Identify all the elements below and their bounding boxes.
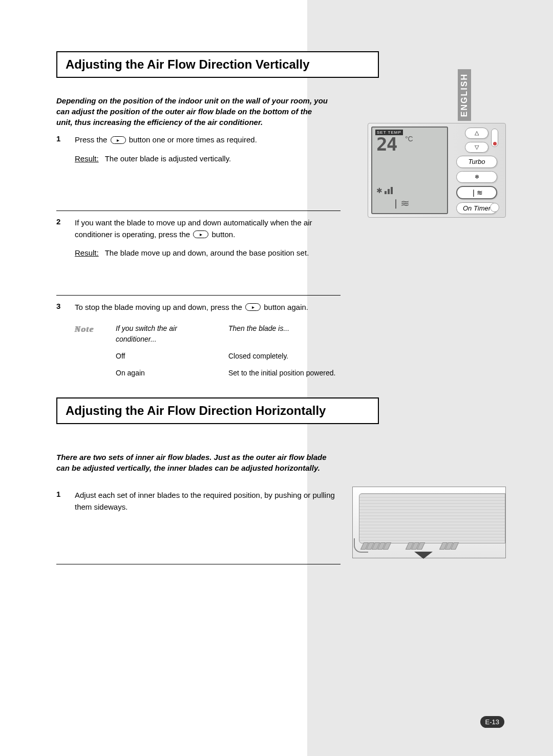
step-number: 2 [56,217,67,259]
language-tab: ENGLISH [458,69,471,121]
temp-value: 24 [376,134,396,155]
fan-icon: ✱ [376,186,382,195]
section2-header: Adjusting the Air Flow Direction Horizon… [56,397,379,424]
arrow-down-icon [414,552,433,559]
step-text-b: button again. [264,303,308,311]
section1-header: Adjusting the Air Flow Direction Vertica… [56,51,379,78]
temp-unit: °C [405,135,413,143]
note-cell: Set to the initial position powered. [228,368,341,379]
swing-indicator-icon: ❘≋ [391,198,410,209]
section2-intro: There are two sets of inner air flow bla… [56,452,328,473]
swing-button-icon: ▸ [245,303,261,311]
section2-steps: 1 Adjust each set of inner blades to the… [56,484,341,564]
section1-intro: Depending on the position of the indoor … [56,95,328,128]
remote-illustration: SET TEMP 24 °C ✱ ❘≋ △ ▽ Turbo ❄ ❘≋ On [368,123,506,218]
step-body: Press the ▸ button one or more times as … [75,134,341,164]
step-number: 3 [56,302,67,385]
step-body: If you want the blade to move up and dow… [75,217,341,259]
page-content: ENGLISH Adjusting the Air Flow Direction… [0,0,553,756]
step-number: 1 [56,134,67,164]
note-label: Note [75,323,100,385]
mode-button[interactable]: ❄ [456,171,497,183]
step-3: 3 To stop the blade moving up and down, … [56,296,341,401]
step-2: 2 If you want the blade to move up and d… [56,211,341,296]
note-header-c1: If you switch the air conditioner... [116,323,208,345]
step-number: 1 [56,490,67,513]
remote-button-panel: △ ▽ Turbo ❄ ❘≋ On Timer [451,127,502,214]
swing-button-icon: ▸ [193,230,208,238]
step-text-b: button. [211,230,235,239]
thermometer-icon [491,129,498,147]
note-table: If you switch the air conditioner... The… [116,323,341,385]
temp-down-button[interactable]: ▽ [465,142,488,153]
step-body: To stop the blade moving up and down, pr… [75,302,341,385]
step-1: 1 Press the ▸ button one or more times a… [56,128,341,211]
unit-body [359,493,505,543]
note-header-c2: Then the blade is... [228,323,341,345]
step-1: 1 Adjust each set of inner blades to the… [56,484,341,564]
result-label: Result: [75,153,99,165]
unit-vanes [362,542,505,554]
step-text: Adjust each set of inner blades to the r… [75,491,335,511]
signal-icon [385,187,393,194]
swing-button-icon: ▸ [111,136,126,144]
page-number: E-13 [480,716,504,728]
clock-icon [490,203,499,212]
step-text-a: Press the [75,135,110,144]
result-text: The blade move up and down, around the b… [105,247,309,259]
remote-screen: SET TEMP 24 °C ✱ ❘≋ [371,127,448,214]
unit-illustration [352,487,506,558]
section1-steps: 1 Press the ▸ button one or more times a… [56,128,341,401]
step-body: Adjust each set of inner blades to the r… [75,490,341,513]
turbo-button[interactable]: Turbo [456,156,497,167]
result-text: The outer blade is adjusted vertically. [105,153,231,165]
note-cell: Closed completely. [228,351,341,362]
temp-up-button[interactable]: △ [465,128,488,139]
step-text-b: button one or more times as required. [129,135,257,144]
step-text-a: To stop the blade moving up and down, pr… [75,303,244,311]
note-cell: Off [116,351,208,362]
swing-button[interactable]: ❘≋ [456,186,497,199]
result-label: Result: [75,247,99,259]
note-cell: On again [116,368,208,379]
